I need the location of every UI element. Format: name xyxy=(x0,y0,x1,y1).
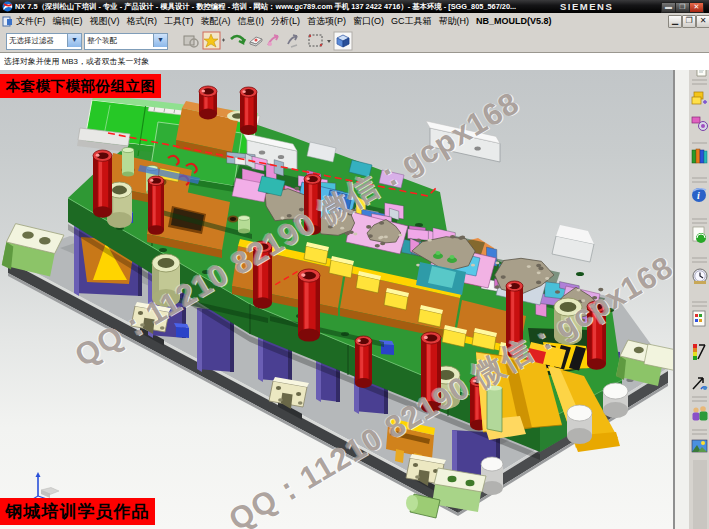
svg-text:i: i xyxy=(697,190,700,201)
